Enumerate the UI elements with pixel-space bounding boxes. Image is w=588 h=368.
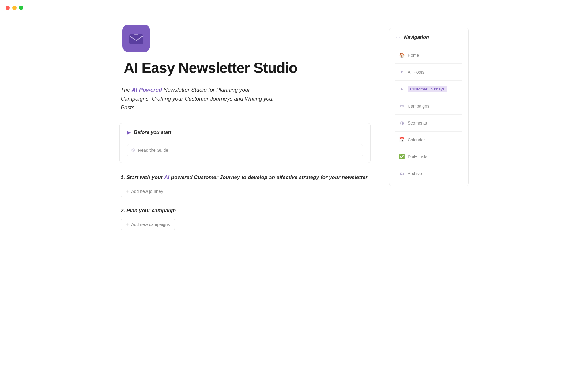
settings-icon: ⚙ xyxy=(131,148,135,153)
page-description: The AI-Powered Newsletter Studio for Pla… xyxy=(121,86,280,112)
nav-item-home[interactable]: 🏠 Home xyxy=(395,49,462,61)
nav-home-label: Home xyxy=(408,53,419,58)
customer-journeys-icon: ✦ xyxy=(399,86,405,92)
page-container: AI Easy Newsletter Studio The AI-Powered… xyxy=(0,0,588,368)
nav-divider-1 xyxy=(395,47,462,47)
before-you-start-header: ▶ Before you start xyxy=(127,129,363,139)
svg-rect-2 xyxy=(134,34,138,35)
nav-item-customer-journeys[interactable]: ✦ Customer Journeys xyxy=(395,83,462,95)
maximize-button[interactable] xyxy=(19,6,23,10)
nav-segments-label: Segments xyxy=(408,121,427,125)
nav-dots-icon: ··· xyxy=(395,34,401,40)
svg-rect-1 xyxy=(134,33,139,33)
nav-title: Navigation xyxy=(404,35,429,40)
description-prefix: The xyxy=(121,87,132,93)
campaigns-icon: ✉ xyxy=(399,103,405,109)
logo-area: AI Easy Newsletter Studio xyxy=(123,25,371,76)
envelope-icon xyxy=(128,30,145,47)
page-title: AI Easy Newsletter Studio xyxy=(124,59,297,76)
add-campaigns-button[interactable]: + Add new campaigns xyxy=(121,219,175,230)
step1-prefix: 1. Start with your xyxy=(121,174,164,180)
calendar-icon: 📅 xyxy=(399,137,405,143)
window-controls xyxy=(6,6,23,10)
nav-divider-6 xyxy=(395,131,462,132)
step1-suffix: -powered Customer Journey to develop an … xyxy=(169,174,368,180)
step2-title: 2. Plan your campaign xyxy=(121,207,371,214)
main-content: AI Easy Newsletter Studio The AI-Powered… xyxy=(119,25,371,343)
nav-archive-label: Archive xyxy=(408,171,422,176)
nav-calendar-label: Calendar xyxy=(408,137,425,142)
nav-item-calendar[interactable]: 📅 Calendar xyxy=(395,134,462,146)
nav-header: ··· Navigation xyxy=(395,34,462,40)
segments-icon: ◑ xyxy=(399,120,405,126)
nav-divider-3 xyxy=(395,80,462,81)
nav-divider-4 xyxy=(395,98,462,98)
navigation-panel: ··· Navigation 🏠 Home ✦ All Posts ✦ Cust… xyxy=(389,28,469,186)
before-you-start-title: Before you start xyxy=(134,130,172,135)
nav-divider-5 xyxy=(395,114,462,115)
nav-divider-2 xyxy=(395,63,462,64)
step2-section: 2. Plan your campaign + Add new campaign… xyxy=(121,207,371,230)
plus-icon-2: + xyxy=(126,222,129,227)
nav-item-archive[interactable]: 🗂 Archive xyxy=(395,168,462,179)
flag-icon: ▶ xyxy=(127,129,131,135)
svg-rect-0 xyxy=(129,34,143,44)
before-you-start-card: ▶ Before you start ⚙ Read the Guide xyxy=(119,123,371,163)
description-highlight: AI-Powered xyxy=(132,87,162,93)
add-campaigns-label: Add new campaigns xyxy=(131,222,170,227)
nav-item-segments[interactable]: ◑ Segments xyxy=(395,117,462,129)
read-guide-label: Read the Guide xyxy=(138,148,168,153)
nav-item-daily-tasks[interactable]: ✅ Daily tasks xyxy=(395,151,462,163)
step1-highlight: AI xyxy=(164,174,169,180)
minimize-button[interactable] xyxy=(12,6,17,10)
daily-tasks-icon: ✅ xyxy=(399,154,405,159)
add-journey-label: Add new journey xyxy=(131,189,163,194)
read-guide-item[interactable]: ⚙ Read the Guide xyxy=(127,144,363,156)
all-posts-icon: ✦ xyxy=(399,69,405,75)
nav-all-posts-label: All Posts xyxy=(408,70,424,75)
step1-section: 1. Start with your AI-powered Customer J… xyxy=(121,174,371,197)
nav-daily-tasks-label: Daily tasks xyxy=(408,154,428,159)
step1-title: 1. Start with your AI-powered Customer J… xyxy=(121,174,371,181)
nav-item-campaigns[interactable]: ✉ Campaigns xyxy=(395,100,462,112)
nav-campaigns-label: Campaigns xyxy=(408,104,429,109)
nav-item-all-posts[interactable]: ✦ All Posts xyxy=(395,66,462,78)
nav-divider-7 xyxy=(395,148,462,148)
home-icon: 🏠 xyxy=(399,52,405,58)
close-button[interactable] xyxy=(6,6,10,10)
archive-icon: 🗂 xyxy=(399,171,405,176)
app-logo xyxy=(123,25,150,52)
nav-divider-8 xyxy=(395,165,462,165)
add-journey-button[interactable]: + Add new journey xyxy=(121,186,168,197)
plus-icon: + xyxy=(126,189,129,194)
nav-customer-journeys-label: Customer Journeys xyxy=(408,86,447,92)
